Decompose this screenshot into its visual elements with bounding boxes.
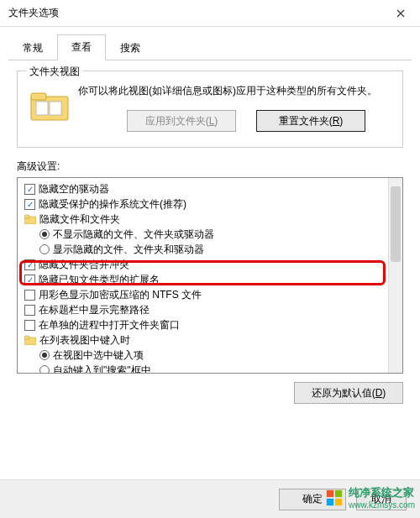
tree-item-label: 显示隐藏的文件、文件夹和驱动器 (53, 243, 204, 257)
checkbox-icon[interactable] (24, 305, 35, 316)
tab-bar: 常规 查看 搜索 (8, 34, 412, 60)
window-title: 文件夹选项 (8, 6, 59, 20)
tree-item-label: 隐藏已知文件类型的扩展名 (39, 273, 160, 287)
close-icon (396, 9, 405, 18)
radio-icon[interactable] (39, 365, 50, 374)
radio-icon[interactable] (39, 244, 50, 254)
watermark-logo-icon (325, 489, 344, 507)
svg-rect-8 (327, 489, 333, 496)
svg-rect-9 (335, 489, 342, 496)
tree-item[interactable]: ✓隐藏空的驱动器 (19, 181, 401, 196)
checkbox-icon[interactable] (24, 290, 35, 301)
checkbox-icon[interactable]: ✓ (24, 275, 35, 285)
advanced-tree[interactable]: ✓隐藏空的驱动器✓隐藏受保护的操作系统文件(推荐)隐藏文件和文件夹不显示隐藏的文… (17, 177, 403, 374)
checkbox-icon[interactable] (24, 320, 35, 331)
close-button[interactable] (381, 0, 420, 27)
radio-icon[interactable] (39, 229, 50, 239)
tree-item[interactable]: ✓隐藏受保护的操作系统文件(推荐) (19, 196, 401, 212)
svg-rect-3 (50, 102, 61, 115)
scrollbar-thumb[interactable] (391, 186, 401, 262)
tree-item-label: 在视图中选中键入项 (53, 348, 144, 363)
tree-item[interactable]: 在视图中选中键入项 (19, 348, 401, 363)
tree-item: 隐藏文件和文件夹 (19, 212, 401, 227)
tree-item[interactable]: 不显示隐藏的文件、文件夹或驱动器 (19, 227, 401, 242)
tree-item-label: 在单独的进程中打开文件夹窗口 (39, 318, 180, 332)
apply-to-folders-button[interactable]: 应用到文件夹(L) (127, 110, 236, 132)
checkbox-icon[interactable]: ✓ (24, 184, 35, 195)
watermark-url: www.kzmsys.com (349, 500, 415, 510)
scrollbar[interactable] (388, 178, 402, 373)
tree-item-label: 隐藏文件和文件夹 (39, 212, 120, 227)
tree-item: 在列表视图中键入时 (19, 332, 401, 348)
view-panel: 文件夹视图 你可以将此视图(如详细信息或图标)应用于这种类型的所有文件夹。 应用… (0, 60, 420, 414)
folder-view-desc: 你可以将此视图(如详细信息或图标)应用于这种类型的所有文件夹。 (78, 83, 377, 98)
tree-item-label: 用彩色显示加密或压缩的 NTFS 文件 (39, 288, 202, 302)
svg-rect-2 (36, 102, 48, 115)
tree-item[interactable]: 在标题栏中显示完整路径 (19, 302, 401, 317)
tab-general[interactable]: 常规 (8, 34, 57, 60)
watermark-text: 纯净系统之家 (349, 485, 415, 500)
svg-rect-11 (335, 498, 342, 505)
tree-item[interactable]: ✓隐藏文件夹合并冲突 (19, 257, 401, 272)
tree-item-label: 自动键入到"搜索"框中 (53, 364, 151, 374)
svg-rect-7 (24, 336, 29, 339)
svg-rect-5 (24, 215, 29, 218)
tree-item[interactable]: 在单独的进程中打开文件夹窗口 (19, 317, 401, 332)
tree-item-label: 在列表视图中键入时 (39, 333, 130, 348)
tree-item[interactable]: ✓隐藏已知文件类型的扩展名 (19, 272, 401, 287)
tree-item[interactable]: 显示隐藏的文件、文件夹和驱动器 (19, 242, 401, 257)
advanced-label: 高级设置: (17, 160, 403, 174)
folder-view-title: 文件夹视图 (26, 65, 83, 79)
titlebar: 文件夹选项 (0, 0, 420, 27)
restore-defaults-button[interactable]: 还原为默认值(D) (294, 382, 403, 404)
folder-icon (29, 88, 70, 122)
tree-item-label: 隐藏文件夹合并冲突 (39, 258, 129, 272)
tree-item-label: 不显示隐藏的文件、文件夹或驱动器 (53, 228, 214, 242)
radio-icon[interactable] (39, 350, 50, 360)
folder-view-group: 文件夹视图 你可以将此视图(如详细信息或图标)应用于这种类型的所有文件夹。 应用… (17, 71, 403, 148)
folder-icon (24, 335, 36, 345)
checkbox-icon[interactable]: ✓ (24, 259, 35, 270)
reset-folders-button[interactable]: 重置文件夹(R) (256, 110, 365, 132)
tree-item[interactable]: 用彩色显示加密或压缩的 NTFS 文件 (19, 287, 401, 302)
checkbox-icon[interactable]: ✓ (24, 199, 35, 210)
folder-icon (24, 214, 36, 224)
svg-rect-1 (31, 93, 46, 100)
tree-item-label: 在标题栏中显示完整路径 (39, 303, 150, 317)
tree-item-label: 隐藏空的驱动器 (39, 182, 109, 196)
svg-rect-10 (327, 498, 333, 505)
tree-item-label: 隐藏受保护的操作系统文件(推荐) (39, 197, 186, 212)
tab-view[interactable]: 查看 (57, 34, 106, 60)
tab-search[interactable]: 搜索 (106, 34, 155, 60)
watermark: 纯净系统之家 www.kzmsys.com (322, 484, 418, 511)
tree-item[interactable]: 自动键入到"搜索"框中 (19, 363, 401, 374)
